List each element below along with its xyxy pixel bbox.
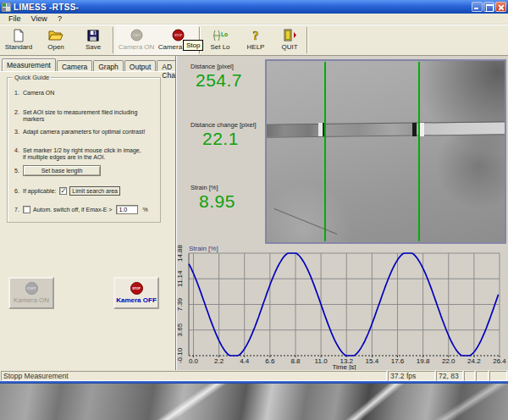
distance-value: 254.7 [196, 70, 242, 91]
kamera-off-label: Kamera OFF [116, 296, 157, 304]
strain-chart: 0.02.24.46.68.811.013.215.417.619.822.02… [177, 244, 508, 370]
content-area: Measurement Camera Graph Output AD Chann… [0, 56, 508, 370]
step-3: 3. Adapt camera parameters for optimal c… [14, 129, 145, 135]
button-label: QUIT [281, 43, 297, 51]
close-button[interactable] [495, 2, 506, 12]
marker-line-1[interactable] [324, 62, 326, 241]
step-text: Camera ON [23, 90, 54, 97]
open-folder-icon [48, 28, 64, 42]
svg-text:17.6: 17.6 [391, 357, 405, 365]
step-5: 5. Set base length [14, 165, 101, 176]
svg-text:Strain [%]: Strain [%] [189, 245, 218, 252]
strain-label: Strain [%] [190, 184, 235, 191]
step-number: 5. [14, 168, 23, 174]
svg-text:?: ? [253, 30, 259, 42]
start-circle-icon: START [130, 28, 143, 42]
button-label: Save [86, 43, 101, 51]
minimize-button[interactable] [472, 2, 483, 12]
svg-text:START: START [132, 34, 141, 37]
quit-button[interactable]: QUIT [273, 25, 306, 55]
start-circle-icon: START [25, 282, 38, 295]
limit-search-checkbox[interactable]: ✓ [59, 187, 67, 195]
menu-view[interactable]: View [26, 14, 52, 23]
marker-2-dark-edge [412, 123, 417, 136]
open-button[interactable]: Open [37, 25, 75, 55]
stop-circle-icon: STOP [130, 282, 143, 295]
svg-text:STOP: STOP [174, 34, 182, 37]
maximize-button[interactable] [483, 2, 494, 12]
wallpaper-streak [140, 384, 236, 420]
status-cell-empty [489, 371, 507, 381]
camera-image[interactable] [265, 59, 506, 244]
svg-text:26.4: 26.4 [493, 357, 506, 365]
marker-line-2[interactable] [418, 62, 420, 241]
camera-on-button[interactable]: START Camera ON [115, 25, 157, 55]
group-title: Quick Guide [13, 74, 51, 81]
svg-text:11.0: 11.0 [315, 357, 329, 365]
svg-text:22.0: 22.0 [442, 357, 456, 365]
svg-text:4.4: 4.4 [240, 357, 250, 365]
svg-text:Lo: Lo [221, 31, 228, 37]
distance-change-value: 22.1 [202, 129, 257, 149]
distance-change-label: Distance change [pixel] [190, 121, 257, 129]
step-text: Set marker 1/2 by right mouse click in i… [23, 147, 141, 161]
step-number: 3. [14, 129, 23, 135]
measurement-page: Quick Guide 1. Camera ON 2. Set AOI size… [0, 71, 175, 370]
svg-text:24.2: 24.2 [467, 357, 481, 365]
distance-label: Distance [pixel] [190, 63, 242, 70]
toolbar: Standard Open Save [0, 25, 508, 56]
tab-camera[interactable]: Camera [57, 60, 92, 71]
desktop-wallpaper [0, 384, 508, 420]
emax-threshold-input[interactable] [116, 205, 138, 214]
quick-guide-group: Quick Guide 1. Camera ON 2. Set AOI size… [7, 77, 161, 223]
tab-output[interactable]: Output [124, 60, 157, 71]
tab-measurement[interactable]: Measurement [2, 58, 56, 71]
distance-readout: Distance [pixel] 254.7 [190, 63, 242, 91]
svg-text:14.88: 14.88 [177, 244, 184, 262]
auto-switch-off-checkbox[interactable] [23, 206, 30, 213]
toolbar-edge [306, 27, 308, 53]
distance-change-readout: Distance change [pixel] 22.1 [190, 121, 257, 149]
svg-text:-0.10: -0.10 [177, 347, 184, 363]
set-base-length-button[interactable]: Set base length [23, 165, 101, 176]
svg-text:3.65: 3.65 [177, 323, 184, 336]
kamera-on-button[interactable]: START Kamera ON [8, 277, 54, 309]
window-title: LIMESS -RTSS- [14, 3, 471, 12]
button-label: Open [47, 43, 64, 51]
svg-text:15.4: 15.4 [366, 357, 379, 365]
save-button[interactable]: Save [75, 25, 112, 55]
help-button[interactable]: ? HELP [239, 25, 273, 55]
status-cell-empty [476, 371, 489, 381]
step-2: 2. Set AOI size to measurement filed inc… [14, 109, 160, 123]
standard-button[interactable]: Standard [0, 25, 37, 55]
marker-2-white-edge [420, 123, 424, 136]
strain-readout: Strain [%] 8.95 [190, 184, 235, 212]
step-number: 6. [14, 188, 23, 195]
wallpaper-streak [417, 384, 508, 420]
strain-value: 8.95 [199, 191, 235, 212]
set-lo-button[interactable]: Lo Set Lo [202, 25, 239, 55]
wallpaper-streak [331, 384, 422, 420]
app-window: LIMESS -RTSS- File View ? Standard [0, 0, 508, 384]
status-message: Stopp Measurement [1, 371, 387, 381]
button-label: Set Lo [210, 43, 229, 51]
auto-switch-off-label: Autom. switch off, if Emax-E > [33, 207, 112, 213]
menu-help[interactable]: ? [52, 14, 67, 23]
stop-tooltip: Stop [183, 40, 203, 51]
step-number: 1. [14, 90, 23, 97]
step-7: 7. Autom. switch off, if Emax-E > % [14, 205, 148, 214]
svg-text:11.14: 11.14 [177, 270, 184, 287]
kamera-off-button[interactable]: STOP Kamera OFF [113, 277, 159, 309]
set-lo-icon: Lo [211, 28, 229, 42]
menu-file[interactable]: File [3, 14, 26, 23]
app-icon [2, 3, 11, 12]
percent-unit: % [142, 207, 147, 213]
quit-icon [283, 28, 297, 42]
titlebar[interactable]: LIMESS -RTSS- [0, 0, 508, 14]
button-label: Camera ON [119, 43, 155, 51]
step-6: 6. If applicable: ✓ Limit search area [14, 186, 120, 196]
svg-text:6.6: 6.6 [265, 357, 275, 365]
help-icon: ? [250, 28, 262, 42]
svg-text:7.39: 7.39 [177, 297, 184, 311]
tab-graph[interactable]: Graph [93, 60, 124, 71]
